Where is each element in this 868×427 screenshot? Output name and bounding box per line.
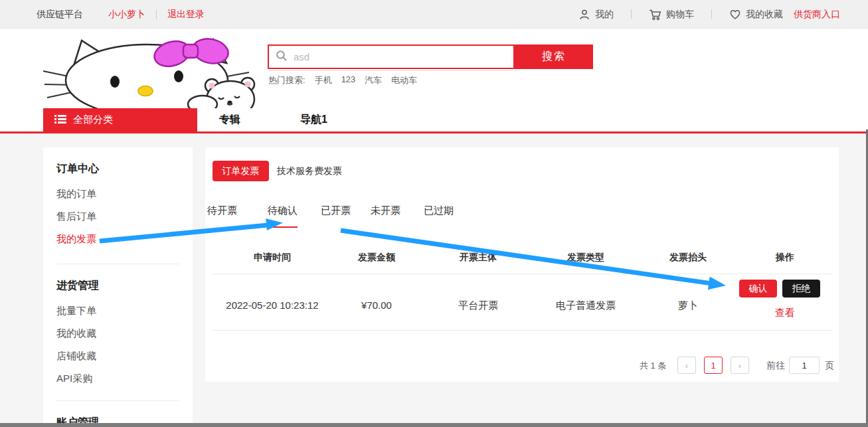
sidebar-item-aftersale-orders[interactable]: 售后订单: [56, 211, 179, 222]
topbar-right: 我的 购物车 我的收藏 供货商入口: [578, 0, 840, 29]
divider: [631, 9, 632, 19]
status-tab-pending-issue[interactable]: 待开票: [207, 205, 237, 226]
column-header-issuer: 开票主体: [428, 252, 528, 264]
divider: [213, 274, 832, 274]
all-categories-label: 全部分类: [73, 114, 113, 126]
divider: [156, 10, 157, 19]
search-button[interactable]: 搜索: [515, 44, 593, 69]
column-header-amount: 发票金额: [327, 252, 426, 264]
cell-type: 电子普通发票: [529, 299, 642, 312]
column-header-type: 发票类型: [536, 252, 636, 264]
magnifier-icon: [276, 50, 294, 64]
pagination-unit-label: 页: [825, 360, 834, 372]
heart-icon: [729, 9, 741, 20]
sidebar-item-my-orders[interactable]: 我的订单: [56, 188, 179, 200]
invoice-panel: 订单发票 技术服务费发票 待开票 待确认 已开票 未开票 已过期 申请时间 发票…: [205, 147, 839, 382]
column-header-actions: 操作: [735, 252, 835, 264]
divider: [711, 9, 712, 19]
category-list-icon: [54, 114, 66, 126]
search-input[interactable]: [294, 51, 507, 62]
pagination-prev-button[interactable]: ‹: [677, 357, 696, 374]
cell-issuer: 平台开票: [422, 299, 535, 312]
search-box: [268, 44, 515, 69]
cart-icon: [649, 9, 661, 21]
sidebar-item-my-favorites[interactable]: 我的收藏: [56, 327, 179, 339]
pagination-next-button[interactable]: ›: [731, 357, 749, 374]
cart-label: 购物车: [666, 9, 694, 21]
divider: [268, 70, 515, 71]
status-tab-issued[interactable]: 已开票: [321, 205, 351, 226]
cell-amount: ¥70.00: [320, 299, 433, 311]
sidebar-title-purchase-mgmt: 进货管理: [56, 279, 179, 292]
status-tab-not-issued[interactable]: 未开票: [371, 205, 400, 226]
brand-title: 供应链平台: [37, 9, 83, 21]
sidebar-item-bulk-order[interactable]: 批量下单: [56, 305, 179, 317]
sidebar-item-api-purchase[interactable]: API采购: [56, 373, 179, 384]
hot-search-item[interactable]: 123: [341, 74, 356, 86]
sidebar: 订单中心 我的订单 售后订单 我的发票 进货管理 批量下单 我的收藏 店铺收藏 …: [43, 147, 193, 427]
supplier-entry-link[interactable]: 供货商入口: [794, 9, 840, 21]
pagination-total: 共 1 条: [640, 360, 666, 372]
cell-apply-time: 2022-05-20 10:23:12: [216, 299, 329, 311]
cart-link[interactable]: 购物车: [649, 9, 694, 21]
divider: [213, 330, 832, 331]
logout-link[interactable]: 退出登录: [167, 9, 205, 21]
tab-order-invoice[interactable]: 订单发票: [213, 161, 269, 181]
sidebar-item-shop-favorites[interactable]: 店铺收藏: [56, 350, 179, 362]
cell-invoice-title: 萝卜: [632, 299, 744, 312]
person-icon: [578, 9, 590, 21]
site-logo-cat-image[interactable]: [42, 38, 259, 108]
status-tab-expired[interactable]: 已过期: [424, 205, 454, 226]
my-account-label: 我的: [595, 9, 614, 21]
column-header-apply-time: 申请时间: [222, 252, 322, 264]
my-account-link[interactable]: 我的: [578, 9, 614, 21]
divider: [56, 400, 179, 401]
hot-search-item[interactable]: 电动车: [391, 74, 417, 86]
hot-search-row: 热门搜索: 手机 123 汽车 电动车: [268, 74, 417, 86]
nav-item-album[interactable]: 专辑: [219, 108, 240, 131]
view-link[interactable]: 查看: [766, 307, 804, 319]
navbar: 全部分类 专辑 导航1: [0, 108, 868, 131]
reject-button[interactable]: 拒绝: [782, 280, 820, 298]
column-header-title: 发票抬头: [638, 252, 738, 264]
nav-item-nav1[interactable]: 导航1: [300, 108, 327, 131]
topbar: 供应链平台 小小萝卜 退出登录 我的 购物车 我的收藏 供货商入口: [0, 0, 868, 29]
sidebar-title-order-center: 订单中心: [56, 162, 179, 175]
header: 搜索 热门搜索: 手机 123 汽车 电动车: [0, 29, 868, 108]
sidebar-item-my-invoices[interactable]: 我的发票: [56, 233, 179, 245]
hot-search-item[interactable]: 手机: [315, 74, 332, 86]
confirm-button[interactable]: 确认: [739, 280, 777, 298]
pagination-goto-input[interactable]: [789, 357, 820, 374]
favorites-label: 我的收藏: [746, 9, 783, 21]
tab-tech-service-invoice[interactable]: 技术服务费发票: [277, 165, 342, 177]
window-bottom-edge: [0, 423, 868, 427]
pagination-page-1[interactable]: 1: [704, 357, 723, 374]
all-categories-button[interactable]: 全部分类: [43, 108, 197, 131]
pagination-goto-label: 前往: [766, 360, 785, 372]
divider: [56, 264, 179, 264]
username-link[interactable]: 小小萝卜: [108, 9, 145, 21]
hot-search-label: 热门搜索:: [268, 74, 305, 86]
status-tab-pending-confirm[interactable]: 待确认: [268, 205, 298, 228]
favorites-link[interactable]: 我的收藏: [729, 9, 783, 21]
hot-search-item[interactable]: 汽车: [365, 74, 382, 86]
page: 供应链平台 小小萝卜 退出登录 我的 购物车 我的收藏 供货商入口: [0, 0, 868, 427]
topbar-left: 供应链平台 小小萝卜 退出登录: [37, 0, 205, 29]
